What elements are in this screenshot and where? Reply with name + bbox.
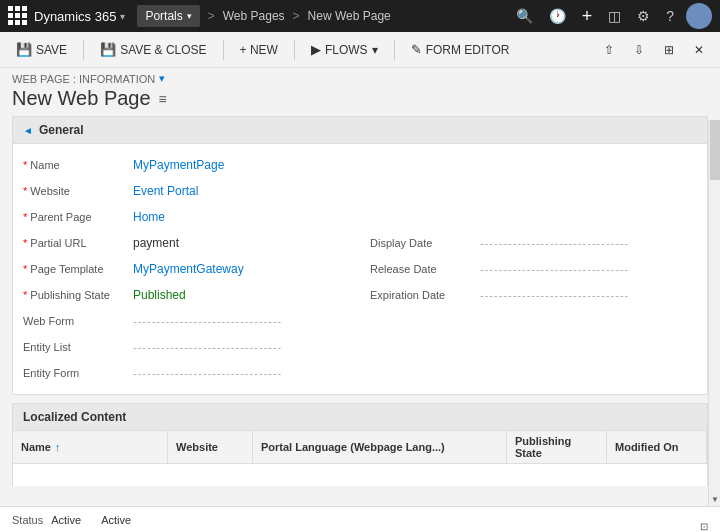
close-button[interactable]: ✕ xyxy=(686,39,712,61)
apps-icon[interactable] xyxy=(8,6,28,26)
form-editor-icon: ✎ xyxy=(411,42,422,57)
history-icon[interactable]: 🕐 xyxy=(545,6,570,26)
nav-up-button[interactable]: ⇧ xyxy=(596,39,622,61)
form-left-column: Name MyPaymentPage Website Event Portal … xyxy=(13,148,360,390)
publishing-state-value: Published xyxy=(133,288,186,302)
general-section: ◄ General Name MyPaymentPage Website Eve… xyxy=(12,116,708,395)
page-title-row: New Web Page ≡ xyxy=(12,87,708,110)
publishing-state-label: Publishing State xyxy=(23,289,133,301)
brand-name: Dynamics 365 xyxy=(34,9,116,24)
field-display-date: Display Date ---------------------------… xyxy=(360,230,707,256)
expiration-date-label: Expiration Date xyxy=(370,289,480,301)
scrollbar[interactable]: ▲ ▼ xyxy=(708,120,720,506)
help-icon[interactable]: ? xyxy=(662,6,678,26)
separator1 xyxy=(83,40,84,60)
field-name: Name MyPaymentPage xyxy=(13,152,360,178)
localized-content-header: Localized Content xyxy=(13,404,707,431)
flows-button[interactable]: ▶ FLOWS ▾ xyxy=(303,38,386,61)
form-right-column: Display Date ---------------------------… xyxy=(360,148,707,390)
field-entity-form: Entity Form ----------------------------… xyxy=(13,360,360,386)
sort-asc-icon[interactable]: ↑ xyxy=(55,441,61,453)
col-website: Website xyxy=(168,431,253,463)
save-icon: 💾 xyxy=(16,42,32,57)
status-item: Status Active xyxy=(12,514,81,526)
display-date-label: Display Date xyxy=(370,237,480,249)
partial-url-value: payment xyxy=(133,236,179,250)
partial-url-label: Partial URL xyxy=(23,237,133,249)
display-date-value: -------------------------------- xyxy=(480,237,629,249)
field-release-date: Release Date ---------------------------… xyxy=(360,256,707,282)
nav-actions: 🔍 🕐 + ◫ ⚙ ? xyxy=(512,3,712,29)
col-name: Name ↑ xyxy=(13,431,168,463)
add-icon[interactable]: + xyxy=(578,4,597,29)
entity-form-value: -------------------------------- xyxy=(133,367,282,379)
page-template-value[interactable]: MyPaymentGateway xyxy=(133,262,244,276)
expand-button[interactable]: ⊞ xyxy=(656,39,682,61)
website-value[interactable]: Event Portal xyxy=(133,184,198,198)
web-page-chevron[interactable]: ▾ xyxy=(159,72,165,85)
filter-icon[interactable]: ◫ xyxy=(604,6,625,26)
expand-sm-icon[interactable]: ⊡ xyxy=(700,521,708,532)
active-item: Active xyxy=(101,514,131,526)
localized-content-body: Name ↑ Website Portal Language (Webpage … xyxy=(13,431,707,486)
release-date-label: Release Date xyxy=(370,263,480,275)
flows-icon: ▶ xyxy=(311,42,321,57)
web-form-label: Web Form xyxy=(23,315,133,327)
release-date-value: -------------------------------- xyxy=(480,263,629,275)
save-close-icon: 💾 xyxy=(100,42,116,57)
localized-content-section: Localized Content Name ↑ Website Portal … xyxy=(12,403,708,486)
entity-list-label: Entity List xyxy=(23,341,133,353)
general-section-header[interactable]: ◄ General xyxy=(13,117,707,144)
scroll-down-arrow[interactable]: ▼ xyxy=(709,492,720,506)
entity-list-value: -------------------------------- xyxy=(133,341,282,353)
col-modified-on: Modified On xyxy=(607,431,707,463)
field-publishing-state: Publishing State Published xyxy=(13,282,360,308)
form-editor-button[interactable]: ✎ FORM EDITOR xyxy=(403,38,518,61)
field-website: Website Event Portal xyxy=(13,178,360,204)
separator3 xyxy=(294,40,295,60)
breadcrumb-parent[interactable]: Web Pages xyxy=(223,9,285,23)
nav-down-button[interactable]: ⇩ xyxy=(626,39,652,61)
website-label: Website xyxy=(23,185,133,197)
table-header: Name ↑ Website Portal Language (Webpage … xyxy=(13,431,707,464)
expiration-date-value: -------------------------------- xyxy=(480,289,629,301)
search-icon[interactable]: 🔍 xyxy=(512,6,537,26)
status-value: Active xyxy=(51,514,81,526)
save-button[interactable]: 💾 SAVE xyxy=(8,38,75,61)
portals-menu[interactable]: Portals ▾ xyxy=(137,5,199,27)
breadcrumb-separator2: > xyxy=(293,9,300,23)
toolbar: 💾 SAVE 💾 SAVE & CLOSE + NEW ▶ FLOWS ▾ ✎ … xyxy=(0,32,720,68)
page-template-label: Page Template xyxy=(23,263,133,275)
brand-chevron[interactable]: ▾ xyxy=(120,11,125,22)
field-parent-page: Parent Page Home xyxy=(13,204,360,230)
new-button[interactable]: + NEW xyxy=(232,39,286,61)
field-partial-url: Partial URL payment xyxy=(13,230,360,256)
active-value: Active xyxy=(101,514,131,526)
scroll-thumb[interactable] xyxy=(710,120,720,180)
top-navigation: Dynamics 365 ▾ Portals ▾ > Web Pages > N… xyxy=(0,0,720,32)
portals-chevron: ▾ xyxy=(187,11,192,21)
page-menu-icon[interactable]: ≡ xyxy=(159,91,167,107)
main-content: ◄ General Name MyPaymentPage Website Eve… xyxy=(0,116,720,486)
settings-icon[interactable]: ⚙ xyxy=(633,6,654,26)
page-title: New Web Page xyxy=(12,87,151,110)
col-portal-language: Portal Language (Webpage Lang...) xyxy=(253,431,507,463)
parent-page-value[interactable]: Home xyxy=(133,210,165,224)
web-page-label: WEB PAGE : INFORMATION ▾ xyxy=(12,72,708,85)
user-avatar[interactable] xyxy=(686,3,712,29)
localized-content-title: Localized Content xyxy=(23,410,126,424)
name-label: Name xyxy=(23,159,133,171)
breadcrumb-separator: > xyxy=(208,9,215,23)
save-close-button[interactable]: 💾 SAVE & CLOSE xyxy=(92,38,214,61)
name-value[interactable]: MyPaymentPage xyxy=(133,158,224,172)
separator2 xyxy=(223,40,224,60)
separator4 xyxy=(394,40,395,60)
field-page-template: Page Template MyPaymentGateway xyxy=(13,256,360,282)
field-entity-list: Entity List ----------------------------… xyxy=(13,334,360,360)
page-header: WEB PAGE : INFORMATION ▾ New Web Page ≡ xyxy=(0,68,720,110)
field-web-form: Web Form -------------------------------… xyxy=(13,308,360,334)
form-grid: Name MyPaymentPage Website Event Portal … xyxy=(13,144,707,394)
collapse-icon[interactable]: ◄ xyxy=(23,125,33,136)
breadcrumb-current: New Web Page xyxy=(308,9,391,23)
web-form-value: -------------------------------- xyxy=(133,315,282,327)
